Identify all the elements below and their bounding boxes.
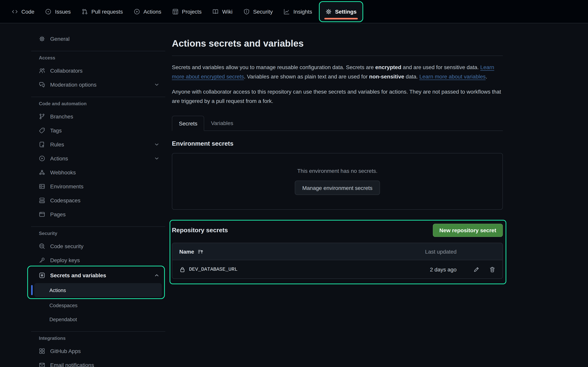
link-variables[interactable]: Learn more about variables — [419, 73, 486, 79]
codespaces-icon — [39, 197, 45, 203]
sidebar-item-pages[interactable]: Pages — [31, 207, 165, 221]
secret-name: DEV_DATABASE_URL — [189, 267, 238, 272]
table-header-row: Name Last updated — [172, 243, 502, 260]
nav-tab-pull-requests[interactable]: Pull requests — [76, 0, 128, 23]
sidebar-section-code-automation: Code and automation — [31, 101, 165, 106]
description-paragraph-2: Anyone with collaborator access to this … — [172, 87, 503, 106]
column-header-last-updated: Last updated — [406, 248, 457, 255]
sidebar-item-environments[interactable]: Environments — [31, 179, 165, 193]
desc-text: data. — [404, 73, 419, 79]
environment-empty-text: This environment has no secrets. — [297, 168, 377, 174]
sidebar-item-label: Moderation options — [50, 82, 96, 88]
sidebar-item-rules[interactable]: Rules — [31, 137, 165, 151]
sidebar-item-label: GitHub Apps — [50, 348, 81, 354]
code-icon — [12, 8, 18, 15]
sidebar-item-secrets-and-variables[interactable]: Secrets and variables — [31, 268, 165, 282]
rules-icon — [39, 141, 45, 148]
manage-environment-secrets-button[interactable]: Manage environment secrets — [295, 181, 380, 195]
secrets-variables-tabnav: Secrets Variables — [172, 116, 503, 131]
sidebar-subitem-dependabot[interactable]: Dependabot — [31, 312, 165, 326]
sidebar-item-moderation-options[interactable]: Moderation options — [31, 78, 165, 92]
github-settings-page: Code Issues Pull requests Actions Projec… — [0, 0, 588, 367]
column-header-name[interactable]: Name — [179, 248, 406, 255]
tab-variables[interactable]: Variables — [204, 116, 240, 131]
delete-trash-icon[interactable] — [489, 266, 495, 272]
nav-tab-code[interactable]: Code — [6, 0, 40, 23]
new-repository-secret-button[interactable]: New repository secret — [433, 224, 503, 237]
nav-tab-label: Projects — [182, 8, 202, 15]
sidebar-subitem-label: Dependabot — [49, 316, 77, 322]
main-content: Actions secrets and variables Secrets an… — [172, 23, 503, 279]
sidebar-item-collaborators[interactable]: Collaborators — [31, 64, 165, 78]
sidebar-item-label: Tags — [50, 127, 62, 133]
environment-secrets-heading: Environment secrets — [172, 140, 503, 147]
sort-ascending-icon — [198, 248, 204, 255]
desc-text: Secrets and variables allow you to manag… — [172, 64, 375, 70]
table-icon — [172, 8, 179, 15]
nav-tab-issues[interactable]: Issues — [40, 0, 76, 23]
repository-secrets-table: Name Last updated DEV_DATABASE_URL 2 day… — [172, 243, 503, 279]
nav-tab-wiki[interactable]: Wiki — [207, 0, 238, 23]
repo-nav: Code Issues Pull requests Actions Projec… — [0, 0, 588, 23]
settings-sidebar: General Access Collaborators Moderation … — [31, 23, 165, 367]
apps-icon — [39, 348, 45, 354]
sidebar-item-webhooks[interactable]: Webhooks — [31, 166, 165, 179]
mail-icon — [39, 362, 45, 367]
settings-annotation-box: Settings — [319, 1, 363, 22]
key-asterisk-icon — [39, 272, 45, 278]
nav-tab-label: Issues — [55, 8, 71, 15]
sidebar-item-actions[interactable]: Actions — [31, 151, 165, 166]
sidebar-item-branches[interactable]: Branches — [31, 109, 165, 124]
nav-tab-actions[interactable]: Actions — [128, 0, 167, 23]
sidebar-divider — [31, 226, 165, 227]
nav-tab-insights[interactable]: Insights — [278, 0, 318, 23]
nav-tab-label: Wiki — [222, 8, 233, 15]
gear-icon — [325, 8, 331, 15]
desc-bold-encrypted: encrypted — [375, 64, 401, 70]
sidebar-subitem-codespaces[interactable]: Codespaces — [31, 298, 165, 312]
selected-indicator-bar — [31, 285, 33, 295]
nav-tab-security[interactable]: Security — [238, 0, 278, 23]
sidebar-item-codespaces[interactable]: Codespaces — [31, 193, 165, 207]
sidebar-item-general[interactable]: General — [31, 32, 165, 46]
repository-secrets-section: Repository secrets New repository secret… — [172, 224, 503, 279]
play-icon — [39, 155, 45, 162]
name-column-label: Name — [179, 248, 194, 255]
play-icon — [134, 8, 140, 15]
browser-icon — [39, 211, 45, 217]
book-icon — [213, 8, 219, 15]
sidebar-item-label: Collaborators — [50, 67, 83, 74]
sidebar-section-access: Access — [31, 55, 165, 61]
sidebar-item-tags[interactable]: Tags — [31, 124, 165, 137]
edit-pencil-icon[interactable] — [473, 266, 479, 272]
sidebar-item-label: Secrets and variables — [50, 272, 106, 278]
sidebar-section-integrations: Integrations — [31, 335, 165, 341]
page-title: Actions secrets and variables — [172, 38, 503, 49]
title-divider — [172, 56, 503, 56]
sidebar-divider — [31, 51, 165, 51]
nav-tab-label: Settings — [335, 8, 356, 15]
chevron-down-icon — [154, 155, 160, 162]
tab-secrets[interactable]: Secrets — [172, 116, 204, 131]
environment-secrets-box: This environment has no secrets. Manage … — [172, 153, 503, 210]
sidebar-item-deploy-keys[interactable]: Deploy keys — [31, 253, 165, 267]
gear-icon — [39, 36, 45, 42]
sidebar-item-label: Branches — [50, 113, 73, 120]
graph-icon — [284, 8, 290, 15]
git-pull-request-icon — [82, 8, 88, 15]
desc-text: and are used for sensitive data. — [401, 64, 480, 70]
sidebar-subitem-actions[interactable]: Actions — [34, 283, 162, 297]
sidebar-item-label: Code security — [50, 243, 83, 249]
sidebar-item-label: Pages — [50, 211, 66, 217]
repository-secrets-header: Repository secrets New repository secret — [172, 224, 503, 237]
nav-tab-label: Code — [21, 8, 35, 15]
sidebar-item-email-notifications[interactable]: Email notifications — [31, 358, 165, 367]
nav-tab-label: Pull requests — [91, 8, 123, 15]
sidebar-item-label: Webhooks — [50, 169, 76, 175]
nav-tab-projects[interactable]: Projects — [167, 0, 207, 23]
sidebar-subitem-label: Codespaces — [49, 302, 78, 308]
sidebar-item-code-security[interactable]: Code security — [31, 239, 165, 253]
sidebar-item-label: Actions — [50, 155, 68, 162]
sidebar-item-label: Rules — [50, 141, 64, 148]
sidebar-item-github-apps[interactable]: GitHub Apps — [31, 344, 165, 358]
